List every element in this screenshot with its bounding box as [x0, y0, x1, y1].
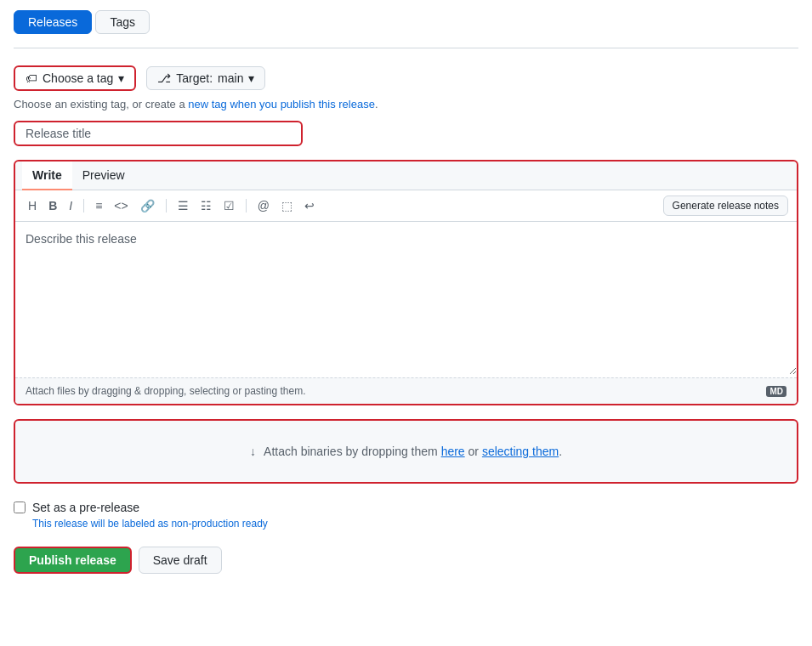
- branch-icon: ⎇: [157, 71, 171, 85]
- editor-tabs: Write Preview: [15, 162, 797, 190]
- attach-binaries-select-link[interactable]: selecting them: [482, 445, 559, 458]
- toolbar-task-list-button[interactable]: ☑: [219, 197, 239, 214]
- editor-container: Write Preview H B I ≡ <> 🔗 ☰ ☷ ☑ @ ⬚ ↩ G…: [14, 160, 798, 405]
- target-label: Target:: [176, 71, 213, 85]
- toolbar-divider-2: [166, 199, 167, 212]
- toolbar-blockquote-button[interactable]: ≡: [91, 197, 106, 214]
- toolbar-ordered-list-button[interactable]: ☷: [196, 197, 216, 214]
- attach-binaries-area[interactable]: ↓ Attach binaries by dropping them here …: [14, 419, 798, 484]
- tag-hint: Choose an existing tag, or create a new …: [14, 98, 798, 110]
- new-tag-link[interactable]: new tag when you publish this release: [188, 98, 375, 110]
- toolbar-divider-3: [246, 199, 247, 212]
- tab-preview[interactable]: Preview: [72, 162, 135, 190]
- attach-files-bar: Attach files by dragging & dropping, sel…: [15, 377, 797, 404]
- toolbar-heading-button[interactable]: H: [24, 197, 41, 214]
- toolbar-code-button[interactable]: <>: [110, 197, 132, 214]
- target-button[interactable]: ⎇ Target: main ▾: [146, 66, 265, 90]
- description-textarea[interactable]: [15, 222, 797, 375]
- toolbar-mention-button[interactable]: @: [253, 197, 274, 214]
- prerelease-label[interactable]: Set as a pre-release: [32, 501, 139, 514]
- editor-toolbar: H B I ≡ <> 🔗 ☰ ☷ ☑ @ ⬚ ↩ Generate releas…: [15, 190, 797, 222]
- toolbar-divider-1: [83, 199, 84, 212]
- prerelease-row: Set as a pre-release: [14, 501, 798, 514]
- target-value: main: [218, 71, 243, 85]
- choose-tag-label: Choose a tag: [43, 71, 113, 85]
- section-divider: [14, 48, 798, 48]
- publish-release-button[interactable]: Publish release: [14, 547, 132, 574]
- top-nav-tabs: Releases Tags: [14, 10, 798, 34]
- toolbar-unordered-list-button[interactable]: ☰: [173, 197, 193, 214]
- action-buttons: Publish release Save draft: [14, 547, 798, 574]
- toolbar-bold-button[interactable]: B: [44, 197, 61, 214]
- tag-target-row: 🏷 Choose a tag ▾ ⎇ Target: main ▾: [14, 65, 798, 91]
- prerelease-checkbox[interactable]: [14, 502, 26, 513]
- prerelease-hint: This release will be labeled as non-prod…: [32, 518, 798, 530]
- attach-files-text: Attach files by dragging & dropping, sel…: [26, 385, 306, 397]
- toolbar-link-button[interactable]: 🔗: [136, 197, 159, 214]
- attach-binaries-text-before: Attach binaries by dropping them: [264, 445, 441, 458]
- markdown-badge: MD: [766, 386, 786, 397]
- release-title-input[interactable]: [14, 121, 303, 146]
- attach-binaries-here-link[interactable]: here: [441, 445, 465, 458]
- attach-binaries-text-middle: or: [465, 445, 482, 458]
- save-draft-button[interactable]: Save draft: [139, 547, 222, 574]
- generate-release-notes-button[interactable]: Generate release notes: [663, 196, 788, 216]
- tab-tags[interactable]: Tags: [95, 10, 150, 34]
- choose-tag-button[interactable]: 🏷 Choose a tag ▾: [14, 65, 136, 91]
- tab-write[interactable]: Write: [22, 162, 72, 190]
- toolbar-undo-button[interactable]: ↩: [300, 197, 319, 214]
- chevron-down-icon: ▾: [248, 71, 254, 85]
- toolbar-reference-button[interactable]: ⬚: [277, 197, 297, 214]
- chevron-down-icon: ▾: [118, 71, 124, 85]
- tab-releases[interactable]: Releases: [14, 10, 92, 34]
- download-icon: ↓: [250, 445, 256, 458]
- tag-icon: 🏷: [26, 71, 37, 85]
- attach-binaries-text-after: .: [559, 445, 562, 458]
- prerelease-section: Set as a pre-release This release will b…: [14, 501, 798, 530]
- toolbar-italic-button[interactable]: I: [65, 197, 77, 214]
